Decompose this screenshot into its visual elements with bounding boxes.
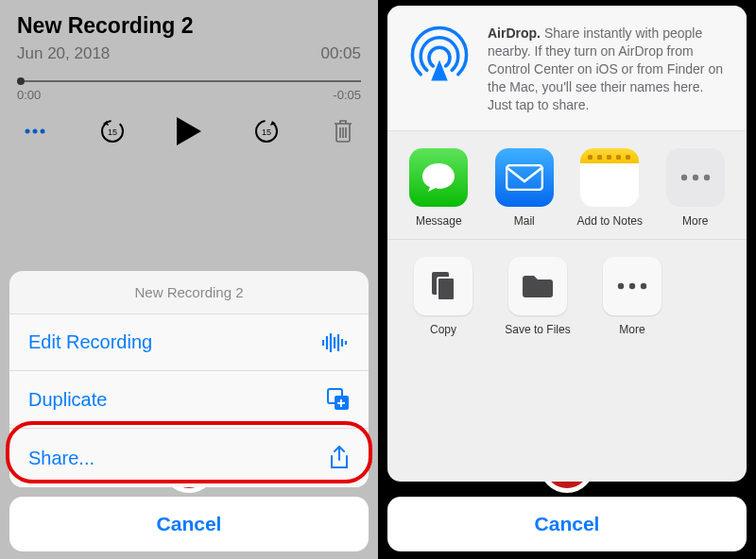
more-actions[interactable]: More xyxy=(590,257,675,336)
svg-point-27 xyxy=(618,283,624,289)
forward-15-icon[interactable]: 15 xyxy=(252,117,281,145)
right-screen: AirDrop. Share instantly with people nea… xyxy=(378,0,756,559)
svg-point-0 xyxy=(26,129,30,134)
svg-rect-16 xyxy=(507,165,542,190)
airdrop-description: AirDrop. Share instantly with people nea… xyxy=(488,25,726,113)
notes-app[interactable]: Add to Notes xyxy=(572,148,648,228)
play-icon[interactable] xyxy=(175,117,203,145)
svg-point-1 xyxy=(33,129,38,134)
svg-rect-19 xyxy=(607,155,611,160)
edit-recording-label: Edit Recording xyxy=(28,331,152,353)
more-icon xyxy=(616,281,648,291)
copy-action[interactable]: Copy xyxy=(401,257,486,336)
share-actions-row: Copy Save to Files More xyxy=(387,240,747,347)
more-options-icon[interactable] xyxy=(21,117,49,145)
rewind-15-icon[interactable]: 15 xyxy=(98,117,127,145)
action-sheet: New Recording 2 Edit Recording Duplicate… xyxy=(9,271,369,551)
cancel-button[interactable]: Cancel xyxy=(387,497,747,551)
svg-rect-21 xyxy=(626,155,630,160)
waveform-icon xyxy=(321,332,350,353)
share-apps-row: Message Mail Add to Notes More xyxy=(387,131,747,240)
time-remaining: -0:05 xyxy=(333,88,361,102)
svg-point-2 xyxy=(41,129,45,134)
mail-icon xyxy=(506,164,543,191)
duplicate-label: Duplicate xyxy=(28,389,107,411)
playback-scrubber[interactable] xyxy=(17,80,361,82)
svg-text:15: 15 xyxy=(107,127,116,137)
svg-point-24 xyxy=(704,175,710,180)
notes-icon xyxy=(580,152,639,161)
copy-icon xyxy=(429,270,457,302)
duplicate-icon xyxy=(327,388,350,411)
svg-point-23 xyxy=(693,175,698,180)
message-app[interactable]: Message xyxy=(401,148,477,228)
message-icon xyxy=(421,161,456,194)
svg-rect-26 xyxy=(438,278,455,300)
recording-date: Jun 20, 2018 xyxy=(17,44,110,63)
airdrop-icon xyxy=(408,25,471,87)
cancel-button[interactable]: Cancel xyxy=(9,497,369,551)
recording-duration: 00:05 xyxy=(320,44,361,63)
svg-point-28 xyxy=(629,283,635,289)
more-icon xyxy=(679,173,712,182)
more-apps[interactable]: More xyxy=(658,148,734,228)
mail-app[interactable]: Mail xyxy=(487,148,563,228)
airdrop-section[interactable]: AirDrop. Share instantly with people nea… xyxy=(387,6,747,131)
recording-title: New Recording 2 xyxy=(17,13,361,39)
duplicate-row[interactable]: Duplicate xyxy=(9,371,369,429)
share-sheet: AirDrop. Share instantly with people nea… xyxy=(387,6,747,482)
left-screen: New Recording 2 Jun 20, 2018 00:05 0:00 … xyxy=(0,0,378,559)
save-to-files-action[interactable]: Save to Files xyxy=(495,257,580,336)
svg-rect-18 xyxy=(597,155,602,160)
folder-icon xyxy=(521,273,555,299)
sheet-title: New Recording 2 xyxy=(9,271,369,314)
time-elapsed: 0:00 xyxy=(17,88,41,102)
edit-recording-row[interactable]: Edit Recording xyxy=(9,314,369,371)
svg-text:15: 15 xyxy=(261,127,270,137)
svg-point-29 xyxy=(641,283,646,289)
svg-rect-20 xyxy=(616,155,621,160)
svg-rect-17 xyxy=(588,155,593,160)
svg-point-22 xyxy=(681,175,687,180)
share-label: Share... xyxy=(28,448,94,469)
share-row[interactable]: Share... xyxy=(9,429,369,487)
share-icon xyxy=(329,446,350,470)
trash-icon[interactable] xyxy=(329,117,357,145)
